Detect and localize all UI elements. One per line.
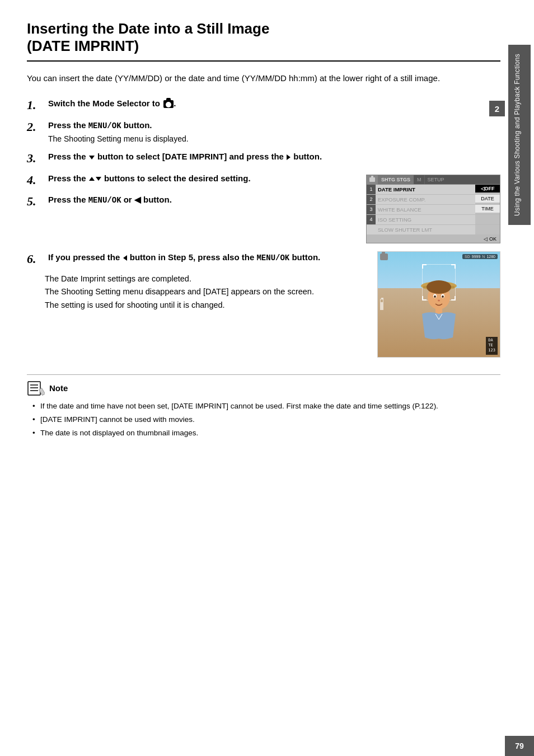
vf-date-overlay: DA TE 123	[486, 337, 498, 354]
note-title: Note	[49, 383, 68, 393]
svg-point-3	[427, 280, 451, 294]
svg-point-7	[442, 295, 444, 298]
step-5: 5. Press the MENU/OK or ◀ button.	[27, 194, 355, 210]
menu-footer: ◁ OK	[367, 235, 500, 243]
sidebar-chapter-label: Using the Various Shooting and Playback …	[508, 45, 531, 225]
step-6-text: 6. If you pressed the button in Step 5, …	[27, 251, 366, 312]
step-3-number: 3.	[27, 151, 45, 167]
menu-tab-shtg: SHTG STGS	[378, 175, 414, 184]
menu-row-1-value-off: ◁OFF	[475, 185, 500, 192]
main-content: Inserting the Date into a Still Image (D…	[27, 20, 500, 463]
menu-row-3-value-time: TIME	[475, 205, 500, 213]
step-2-sub: The Shooting Setting menu is displayed.	[48, 133, 500, 145]
menu-screenshot: SHTG STGS M SETUP 1 DATE IMPRINT ◁OFF 2 …	[366, 175, 500, 243]
steps-container: 1. Switch the Mode Selector to . 2. Pres…	[27, 97, 500, 243]
step-4: 4. Press the buttons to select the desir…	[27, 172, 355, 189]
menu-row-4-num: 4	[367, 215, 376, 224]
step-2-content: Press the MENU/OK button. The Shooting S…	[48, 119, 500, 145]
camera-mode-icon	[163, 100, 174, 108]
menu-row-4-label: ISO SETTING	[376, 215, 475, 224]
menu-row-5-label: SLOW SHUTTER LMT	[376, 225, 475, 234]
step-2: 2. Press the MENU/OK button. The Shootin…	[27, 119, 500, 145]
step-6: 6. If you pressed the button in Step 5, …	[27, 251, 366, 267]
menu-row-2-label: EXPOSURE COMP.	[376, 195, 475, 204]
step-3-content: Press the button to select [DATE IMPRINT…	[48, 151, 500, 163]
svg-rect-9	[435, 308, 442, 314]
step-6-content: If you pressed the button in Step 5, pre…	[48, 251, 366, 264]
menu-row-3-label: WHITE BALANCE	[376, 205, 475, 214]
step-5-number: 5.	[27, 194, 45, 210]
note-item-3: The date is not displayed on thumbnail i…	[32, 428, 500, 439]
vf-left-indicators	[380, 299, 383, 310]
step-1-number: 1.	[27, 97, 45, 114]
page-title: Inserting the Date into a Still Image (D…	[27, 20, 500, 62]
menu-row-2-num: 2	[367, 195, 376, 204]
menu-tab-setup: SETUP	[425, 175, 447, 184]
note-item-2: [DATE IMPRINT] cannot be used with movie…	[32, 414, 500, 425]
svg-point-6	[434, 295, 436, 298]
svg-rect-10	[28, 382, 40, 395]
step-1-content: Switch the Mode Selector to .	[48, 97, 500, 110]
menu-tab-m: M	[414, 175, 425, 184]
chapter-number: 2	[489, 101, 505, 116]
vf-top-bar: SD 9999 N 1280	[378, 252, 500, 262]
step-6-description: The Date Imprint settings are completed.…	[45, 273, 366, 312]
step-4-number: 4.	[27, 172, 45, 189]
step-6-section: 6. If you pressed the button in Step 5, …	[27, 251, 500, 358]
intro-text: You can insert the date (YY/MM/DD) or th…	[27, 72, 500, 85]
step-5-content: Press the MENU/OK or ◀ button.	[48, 194, 355, 206]
steps-4-5-col: 4. Press the buttons to select the desir…	[27, 172, 355, 215]
note-item-1: If the date and time have not been set, …	[32, 401, 500, 412]
person-illustration	[411, 276, 467, 349]
viewfinder-image: SD 9999 N 1280	[377, 251, 500, 358]
step-2-number: 2.	[27, 119, 45, 135]
menu-row-1-num: 1	[367, 185, 376, 194]
right-sidebar: Using the Various Shooting and Playback …	[505, 0, 534, 756]
step-4-content: Press the buttons to select the desired …	[48, 172, 355, 185]
note-icon	[27, 381, 45, 396]
svg-point-8	[438, 299, 440, 301]
menu-row-1-label: DATE IMPRINT	[376, 185, 475, 194]
page-number: 79	[505, 736, 534, 756]
steps-4-5-with-image: 4. Press the buttons to select the desir…	[27, 172, 500, 243]
menu-row-2-value-date: DATE	[475, 195, 500, 203]
note-section: Note If the date and time have not been …	[27, 374, 500, 439]
step-1: 1. Switch the Mode Selector to .	[27, 97, 500, 114]
note-list: If the date and time have not been set, …	[27, 401, 500, 439]
step-3: 3. Press the button to select [DATE IMPR…	[27, 151, 500, 167]
menu-row-5-num	[367, 225, 376, 234]
note-header: Note	[27, 381, 500, 396]
menu-row-3-num: 3	[367, 205, 376, 214]
step-6-with-image: 6. If you pressed the button in Step 5, …	[27, 251, 500, 358]
step-6-number: 6.	[27, 251, 45, 267]
